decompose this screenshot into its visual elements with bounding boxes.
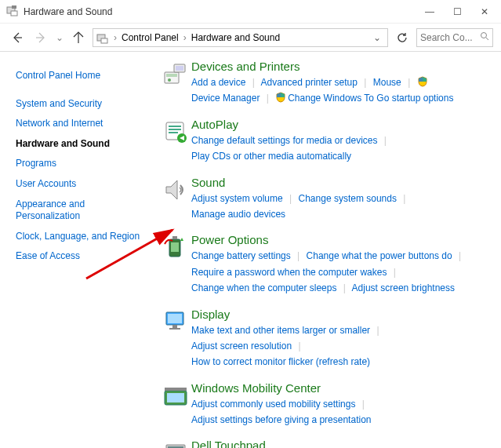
window-controls: — ☐ ✕	[425, 6, 495, 17]
sidebar-item-1[interactable]: System and Security	[13, 94, 144, 115]
svg-rect-13	[169, 126, 181, 127]
chevron-right-icon[interactable]: ›	[112, 32, 118, 43]
section-icon	[160, 176, 191, 223]
svg-point-11	[168, 78, 171, 82]
chevron-right-icon[interactable]: ›	[182, 32, 188, 43]
titlebar: Hardware and Sound — ☐ ✕	[0, 0, 501, 24]
breadcrumb-icon	[96, 31, 109, 44]
section-icon	[160, 233, 191, 296]
section-link[interactable]: Advanced printer setup	[261, 77, 358, 88]
section-link[interactable]: Manage audio devices	[191, 209, 285, 220]
section-link[interactable]: Change default settings for media or dev…	[191, 135, 377, 146]
sidebar-item-3[interactable]: Hardware and Sound	[13, 134, 144, 155]
section-3: Power OptionsChange battery settings | C…	[160, 233, 485, 296]
search-box[interactable]	[416, 28, 493, 47]
svg-rect-14	[169, 129, 181, 130]
section-link[interactable]: Change when the computer sleeps	[191, 282, 336, 293]
section-link[interactable]: Change what the power buttons do	[307, 250, 452, 261]
svg-rect-23	[169, 328, 180, 330]
window-title: Hardware and Sound	[24, 6, 425, 17]
section-links: Adjust commonly used mobility settings |…	[191, 396, 485, 428]
titlebar-icon	[6, 4, 19, 19]
sidebar-item-6[interactable]: Appearance and Personalization	[13, 195, 144, 227]
navbar: ⌄ › Control Panel › Hardware and Sound ⌄	[0, 24, 501, 52]
sidebar-item-7[interactable]: Clock, Language, and Region	[13, 227, 144, 247]
section-link[interactable]: Change Windows To Go startup options	[288, 93, 453, 104]
sidebar-item-0[interactable]: Control Panel Home	[13, 66, 144, 86]
svg-rect-18	[172, 236, 177, 239]
section-icon	[160, 439, 191, 448]
forward-button[interactable]	[31, 28, 50, 47]
content-area: Devices and PrintersAdd a device | Advan…	[157, 52, 501, 448]
svg-rect-15	[169, 132, 178, 133]
section-link[interactable]: Mouse	[373, 77, 401, 88]
chevron-down-icon[interactable]: ⌄	[373, 32, 384, 43]
recent-dropdown[interactable]: ⌄	[55, 28, 64, 47]
section-heading[interactable]: Sound	[191, 176, 485, 189]
back-button[interactable]	[8, 28, 27, 47]
sidebar-item-4[interactable]: Programs	[13, 154, 144, 174]
svg-rect-2	[12, 5, 16, 9]
sidebar-item-8[interactable]: Ease of Access	[13, 246, 144, 267]
breadcrumb-item-root[interactable]: Control Panel	[122, 32, 179, 43]
section-link[interactable]: Require a password when the computer wak…	[191, 267, 387, 278]
svg-rect-19	[171, 242, 179, 252]
section-heading[interactable]: Devices and Printers	[191, 60, 485, 73]
section-2: SoundAdjust system volume | Change syste…	[160, 176, 485, 223]
section-links: Change default settings for media or dev…	[191, 133, 485, 165]
section-heading[interactable]: Power Options	[191, 233, 485, 246]
maximize-button[interactable]: ☐	[453, 6, 462, 17]
section-link[interactable]: How to correct monitor flicker (refresh …	[191, 356, 370, 367]
section-link[interactable]: Change battery settings	[191, 250, 291, 261]
section-5: Windows Mobility CenterAdjust commonly u…	[160, 381, 485, 428]
up-button[interactable]	[69, 28, 88, 47]
svg-rect-8	[166, 74, 177, 77]
search-input[interactable]	[420, 32, 475, 43]
section-link[interactable]: Device Manager	[191, 93, 260, 104]
section-link[interactable]: Adjust screen brightness	[352, 282, 455, 293]
svg-rect-26	[165, 388, 187, 391]
close-button[interactable]: ✕	[481, 6, 488, 17]
section-4: DisplayMake text and other items larger …	[160, 308, 485, 370]
shield-icon	[417, 76, 428, 87]
section-heading[interactable]: Windows Mobility Center	[191, 381, 485, 395]
sidebar: Control Panel HomeSystem and SecurityNet…	[0, 52, 157, 448]
section-link[interactable]: Play CDs or other media automatically	[191, 151, 351, 162]
minimize-button[interactable]: —	[425, 6, 434, 17]
svg-rect-4	[101, 38, 107, 43]
section-link[interactable]: Adjust screen resolution	[191, 341, 292, 351]
svg-rect-25	[167, 393, 184, 402]
svg-point-5	[481, 33, 487, 38]
section-link[interactable]: Make text and other items larger or smal…	[191, 325, 370, 336]
section-link[interactable]: Adjust commonly used mobility settings	[191, 399, 355, 410]
section-link[interactable]: Add a device	[191, 77, 245, 88]
sidebar-item-5[interactable]: User Accounts	[13, 174, 144, 195]
section-links: Change battery settings | Change what th…	[191, 248, 485, 296]
section-link[interactable]: Adjust system volume	[191, 193, 283, 204]
section-heading[interactable]: Dell Touchpad	[191, 439, 485, 448]
section-icon	[160, 60, 191, 107]
section-heading[interactable]: AutoPlay	[191, 118, 485, 131]
svg-rect-22	[172, 325, 177, 328]
section-6: Dell TouchpadLaunch Mouse Control Panel	[160, 439, 485, 448]
svg-rect-10	[176, 66, 183, 71]
section-1: AutoPlayChange default settings for medi…	[160, 118, 485, 165]
svg-line-6	[486, 38, 488, 40]
section-links: Make text and other items larger or smal…	[191, 322, 485, 370]
search-icon[interactable]	[480, 31, 489, 43]
refresh-button[interactable]	[393, 28, 412, 47]
section-0: Devices and PrintersAdd a device | Advan…	[160, 60, 485, 107]
section-icon	[160, 308, 191, 370]
section-links: Add a device | Advanced printer setup | …	[191, 75, 485, 107]
section-icon	[160, 118, 191, 165]
sidebar-item-2[interactable]: Network and Internet	[13, 114, 144, 134]
section-links: Adjust system volume | Change system sou…	[191, 191, 485, 223]
section-link[interactable]: Change system sounds	[299, 193, 397, 204]
breadcrumb[interactable]: › Control Panel › Hardware and Sound ⌄	[93, 28, 388, 47]
svg-rect-21	[168, 314, 182, 323]
section-heading[interactable]: Display	[191, 308, 485, 321]
breadcrumb-item-current[interactable]: Hardware and Sound	[191, 32, 280, 43]
svg-rect-1	[11, 11, 17, 16]
shield-icon	[275, 92, 286, 103]
section-link[interactable]: Adjust settings before giving a presenta…	[191, 414, 371, 425]
